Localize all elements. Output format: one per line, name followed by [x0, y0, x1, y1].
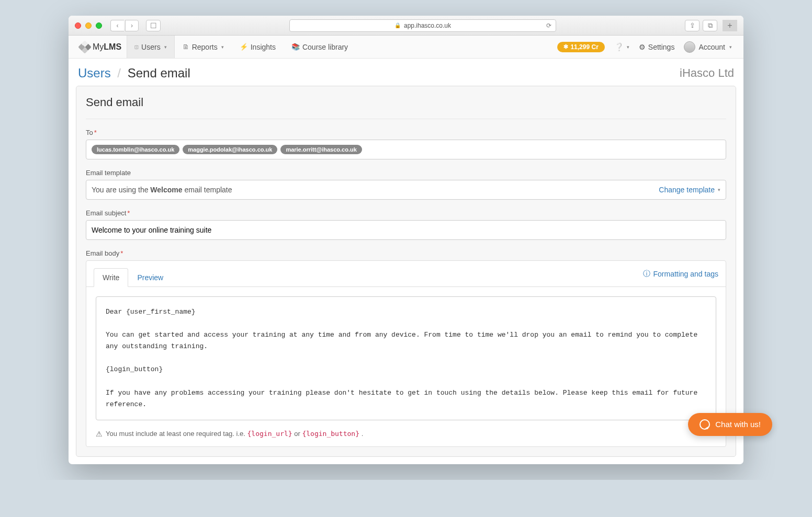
credits-badge[interactable]: 11,299 Cr: [557, 42, 604, 52]
send-email-panel: Send email To* lucas.tomblin@ihasco.co.u…: [76, 86, 736, 457]
app-navbar: MyLMS ⎅Users▾🗎Reports▾⚡Insights📚Course l…: [69, 36, 743, 59]
tab-preview[interactable]: Preview: [128, 268, 172, 287]
nav-icon: ⎅: [134, 43, 139, 51]
recipient-chip[interactable]: maggie.podolak@ihasco.co.uk: [183, 145, 277, 154]
nav-users[interactable]: ⎅Users▾: [127, 36, 175, 58]
panel-title: Send email: [86, 96, 726, 109]
window-controls: [75, 22, 102, 29]
close-window-icon[interactable]: [75, 22, 81, 29]
maximize-window-icon[interactable]: [96, 22, 102, 29]
to-input[interactable]: lucas.tomblin@ihasco.co.ukmaggie.podolak…: [86, 140, 726, 159]
new-tab-button[interactable]: +: [723, 20, 737, 31]
brand-logo-icon: [78, 40, 91, 53]
nav-icon: ⚡: [240, 43, 248, 51]
browser-window: ‹ › ☐ 🔒 app.ihasco.co.uk ⟳ ⇪ ⧉ + MyLMS ⎅…: [69, 16, 743, 464]
account-menu[interactable]: Account ▾: [684, 41, 732, 53]
settings-link[interactable]: ⚙Settings: [639, 43, 675, 51]
company-name: iHasco Ltd: [680, 66, 734, 80]
template-box: You are using the Welcome email template…: [86, 180, 726, 200]
breadcrumb-users-link[interactable]: Users: [78, 66, 111, 80]
body-panel: Write Preview ⓘ Formatting and tags Dear…: [86, 260, 726, 447]
minimize-window-icon[interactable]: [85, 22, 92, 29]
body-editor[interactable]: Dear {user_first_name} You can get start…: [96, 296, 716, 420]
brand-bold: LMS: [104, 42, 121, 51]
sidebar-toggle[interactable]: ☐: [146, 20, 161, 31]
back-button[interactable]: ‹: [110, 20, 124, 31]
recipient-chip[interactable]: marie.orritt@ihasco.co.uk: [280, 145, 362, 154]
avatar: [684, 41, 695, 53]
nav-reports[interactable]: 🗎Reports▾: [175, 36, 232, 58]
tab-write[interactable]: Write: [94, 268, 128, 287]
nav-insights[interactable]: ⚡Insights: [232, 36, 284, 58]
url-text: app.ihasco.co.uk: [404, 22, 451, 29]
share-button[interactable]: ⇪: [685, 20, 700, 31]
change-template-link[interactable]: Change template▾: [659, 186, 720, 194]
help-button[interactable]: ❔▾: [614, 42, 629, 52]
body-label: Email body*: [86, 249, 726, 257]
recipient-chip[interactable]: lucas.tomblin@ihasco.co.uk: [92, 145, 179, 154]
tabs-button[interactable]: ⧉: [703, 20, 717, 31]
reload-icon[interactable]: ⟳: [546, 22, 551, 29]
warning-icon: ⚠: [96, 430, 103, 438]
nav-icon: 🗎: [183, 43, 189, 51]
subject-label: Email subject*: [86, 209, 726, 217]
gear-icon: ⚙: [639, 43, 646, 51]
brand-prefix: My: [93, 42, 104, 51]
nav-icon: 📚: [291, 43, 300, 51]
to-label: To*: [86, 129, 726, 136]
address-bar[interactable]: 🔒 app.ihasco.co.uk ⟳: [289, 19, 556, 32]
lock-icon: 🔒: [394, 22, 401, 28]
breadcrumb: Users / Send email: [78, 66, 190, 81]
question-circle-icon: ⓘ: [643, 269, 650, 279]
chat-widget[interactable]: Chat with us!: [688, 413, 772, 436]
subject-input-wrap: [86, 220, 726, 240]
formatting-tags-link[interactable]: ⓘ Formatting and tags: [643, 269, 718, 279]
forward-button[interactable]: ›: [125, 20, 139, 31]
subject-input[interactable]: [92, 226, 720, 234]
template-label: Email template: [86, 169, 726, 177]
brand[interactable]: MyLMS: [75, 36, 127, 58]
chat-bubble-icon: [700, 419, 710, 430]
browser-titlebar: ‹ › ☐ 🔒 app.ihasco.co.uk ⟳ ⇪ ⧉ +: [69, 16, 743, 36]
breadcrumb-current: Send email: [128, 66, 190, 80]
hint-row: ⚠ You must include at least one required…: [86, 430, 726, 446]
page-header: Users / Send email iHasco Ltd: [69, 59, 743, 86]
nav-course-library[interactable]: 📚Course library: [284, 36, 356, 58]
template-text: You are using the Welcome email template: [92, 186, 232, 194]
